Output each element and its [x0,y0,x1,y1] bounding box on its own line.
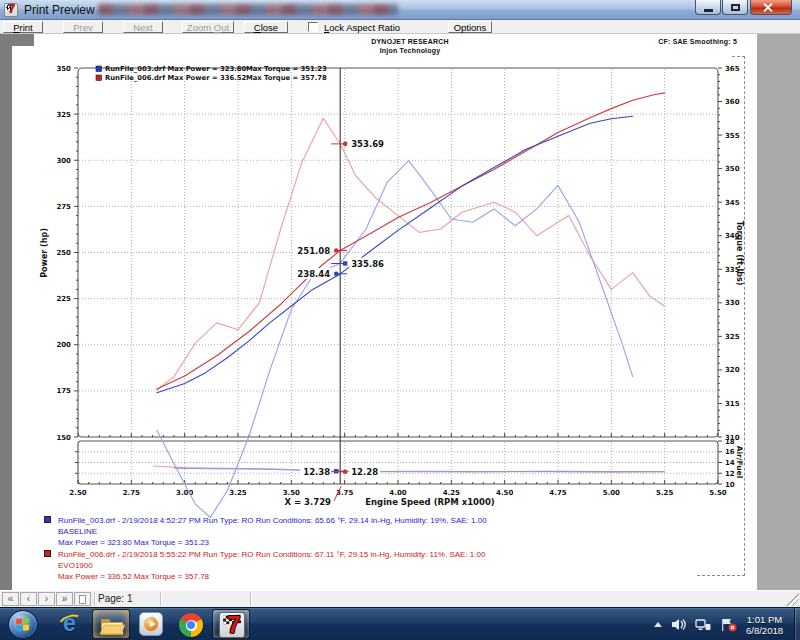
svg-text:175: 175 [56,387,71,395]
taskbar-chrome[interactable] [172,609,210,639]
next-button[interactable]: Next [123,21,163,33]
preview-area: DYNOJET RESEARCH Injon Technology CF: SA… [0,34,800,590]
close-button[interactable] [750,0,792,15]
first-page-button[interactable]: « [2,592,19,606]
svg-text:16: 16 [725,448,735,456]
svg-text:150: 150 [56,434,71,442]
svg-text:4.50: 4.50 [496,489,513,497]
minimize-icon [704,9,713,12]
taskbar-clock[interactable]: 1:01 PM 6/8/2018 [746,613,783,636]
run2-line3: Max Power = 336.52 Max Torque = 357.78 [58,571,485,582]
show-desktop-button[interactable] [794,608,800,640]
svg-text:350: 350 [56,65,71,73]
print-margin-line [744,56,745,576]
svg-text:3.50: 3.50 [283,489,300,497]
network-icon[interactable] [695,618,711,631]
taskbar-winpep7[interactable]: 7 [212,609,250,639]
svg-text:18: 18 [725,438,735,446]
svg-text:RunFile_006.drf Max Power = 33: RunFile_006.drf Max Power = 336.52 [105,74,246,82]
start-button[interactable] [8,610,38,639]
windows-flag-icon [16,617,30,632]
volume-icon[interactable] [671,618,686,631]
run1-color-swatch [44,516,51,523]
taskbar-internet-explorer[interactable]: e [52,609,90,639]
clock-time: 1:01 PM [746,614,783,625]
svg-text:X = 3.729: X = 3.729 [285,497,332,507]
run2-line1: RunFile_006.drf - 2/19/2018 5:55:22 PM R… [58,549,485,560]
run1-line1: RunFile_003.drf - 2/19/2018 4:52:27 PM R… [58,515,487,526]
svg-text:300: 300 [56,157,71,165]
svg-text:14: 14 [725,459,735,467]
run1-line3: Max Power = 323.80 Max Torque = 351.23 [58,537,487,548]
maximize-button[interactable] [722,0,748,15]
svg-text:Max Torque = 357.78: Max Torque = 357.78 [246,74,327,82]
taskbar-windows-explorer[interactable] [92,609,130,639]
svg-text:250: 250 [56,249,71,257]
print-margin-corner-bottom [697,575,745,576]
play-icon [150,621,156,627]
svg-text:12.38: 12.38 [303,467,330,477]
next-page-button[interactable]: › [38,592,55,606]
svg-text:4.75: 4.75 [549,489,566,497]
print-margin-corner-top [732,56,745,57]
resize-grip[interactable] [786,593,799,606]
taskbar-media-player[interactable] [132,609,170,639]
chrome-icon [179,613,203,637]
svg-text:Torque (ft-lbs): Torque (ft-lbs) [735,221,744,286]
svg-text:275: 275 [56,203,71,211]
status-bar: « ‹ › » Page: 1 [0,590,800,607]
print-button[interactable]: Print [3,21,43,33]
close-preview-button[interactable]: Close [244,21,288,33]
ie-swoosh-icon [56,611,86,636]
svg-text:353.69: 353.69 [351,139,384,149]
svg-text:Power (hp): Power (hp) [40,228,49,278]
prev-button[interactable]: Prev [63,21,103,33]
run1-line2: BASELINE [58,526,487,537]
prev-page-button[interactable]: ‹ [20,592,37,606]
svg-text:315: 315 [725,400,740,408]
svg-text:330: 330 [725,299,740,307]
window-title: Print Preview [24,3,95,17]
system-tray: 1:01 PM 6/8/2018 [654,608,794,640]
document-icon [79,595,86,604]
svg-text:5.25: 5.25 [656,489,673,497]
svg-text:4.00: 4.00 [389,489,406,497]
action-center-flag-icon[interactable] [720,618,737,632]
run-info-baseline: RunFile_003.drf - 2/19/2018 4:52:27 PM R… [44,515,487,548]
run2-line2: EVO1900 [58,560,485,571]
svg-text:345: 345 [725,199,740,207]
print-preview-window: 7 Print Preview Print Prev Next Zoom Out… [0,0,800,640]
hidden-icons-chevron[interactable] [654,622,662,627]
last-page-button[interactable]: » [56,592,73,606]
svg-text:325: 325 [725,333,740,341]
svg-text:225: 225 [56,295,71,303]
dyno-chart-svg: 1501752002252502753003253503103153203253… [0,34,800,590]
svg-text:350: 350 [725,165,740,173]
toolbar: Print Prev Next Zoom Out Close Lock Aspe… [0,20,800,34]
page-view-button[interactable] [74,592,91,606]
svg-text:Engine Speed (RPM x1000): Engine Speed (RPM x1000) [365,497,495,507]
maximize-icon [731,4,740,11]
svg-text:5.50: 5.50 [709,489,726,497]
svg-text:365: 365 [725,65,740,73]
run2-color-swatch [44,550,51,557]
winpep7-icon: 7 [219,612,245,638]
minimize-button[interactable] [695,0,721,15]
lock-aspect-checkbox[interactable] [308,22,318,32]
svg-text:320: 320 [725,366,740,374]
lock-aspect-label[interactable]: Lock Aspect Ratio [324,22,400,33]
svg-text:Air/Fuel: Air/Fuel [735,446,744,479]
zoom-out-button[interactable]: Zoom Out [182,21,234,33]
options-button[interactable]: Options [448,21,492,33]
svg-text:251.08: 251.08 [297,246,330,256]
svg-text:200: 200 [56,341,71,349]
media-player-icon [139,612,163,636]
svg-text:335.86: 335.86 [351,259,384,269]
svg-text:RunFile_003.drf Max Power = 32: RunFile_003.drf Max Power = 323.80 [105,65,246,73]
svg-text:12.28: 12.28 [351,467,378,477]
svg-text:238.44: 238.44 [297,269,330,279]
svg-text:355: 355 [725,132,740,140]
svg-text:325: 325 [56,111,71,119]
svg-text:10: 10 [725,481,735,489]
folder-icon [93,610,131,640]
